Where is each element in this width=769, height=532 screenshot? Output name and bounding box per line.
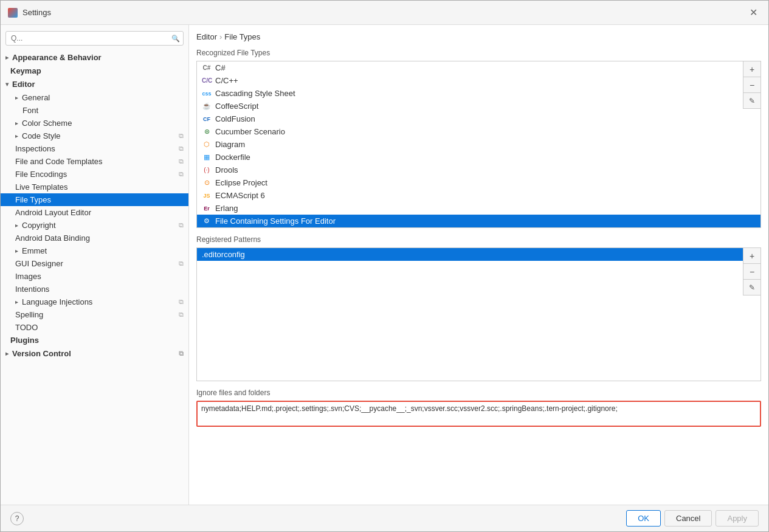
ignore-field-wrap: nymetadata;HELP.md;.project;.settings;.s… (196, 401, 761, 427)
list-item[interactable]: ⬡ Diagram (197, 138, 760, 151)
sidebar-item-gui-designer[interactable]: GUI Designer ⧉ (1, 257, 188, 270)
list-item[interactable]: ⊛ Cucumber Scenario (197, 125, 760, 138)
sidebar-item-label: Appearance & Behavior (12, 53, 102, 62)
sidebar-item-label: Images (15, 272, 41, 281)
copy-icon: ⧉ (179, 311, 184, 319)
list-item[interactable]: ⚙ File Containing Settings For Editor (197, 215, 760, 227)
sidebar-item-android-data-binding[interactable]: Android Data Binding (1, 232, 188, 244)
copy-icon: ⧉ (179, 170, 184, 178)
recognized-label: Recognized File Types (196, 49, 761, 57)
breadcrumb: Editor › File Types (196, 32, 761, 41)
sidebar-item-live-templates[interactable]: Live Templates (1, 181, 188, 193)
sidebar-item-label: Color Scheme (22, 119, 72, 128)
file-type-label: Diagram (215, 140, 245, 149)
search-box: 🔍 (5, 31, 184, 46)
apply-button[interactable]: Apply (716, 510, 759, 527)
sidebar-item-general[interactable]: ▸ General (1, 91, 188, 104)
edit-file-type-button[interactable]: ✎ (743, 93, 760, 109)
file-icon: JS (202, 193, 212, 199)
sidebar-item-label: File Encodings (15, 170, 67, 179)
file-icon: Er (202, 206, 212, 212)
app-icon (8, 8, 18, 18)
copy-icon: ⧉ (179, 260, 184, 268)
sidebar-item-keymap[interactable]: Keymap (1, 64, 188, 77)
sidebar-item-version-control[interactable]: ▸ Version Control ⧉ (1, 347, 188, 361)
add-pattern-button[interactable]: + (743, 248, 760, 264)
sidebar-item-images[interactable]: Images (1, 270, 188, 283)
main-content: 🔍 ▸ Appearance & Behavior Keymap ▾ Edito… (1, 25, 768, 505)
patterns-section: Registered Patterns .editorconfig + − ✎ (196, 235, 761, 381)
list-item[interactable]: JS ECMAScript 6 (197, 189, 760, 202)
file-icon: ⬡ (202, 140, 212, 148)
title-bar-left: Settings (8, 8, 51, 18)
sidebar-item-label: Code Style (22, 131, 61, 140)
list-item[interactable]: C# C# (197, 61, 760, 74)
cancel-button[interactable]: Cancel (664, 510, 712, 527)
expand-arrow: ▸ (5, 54, 9, 61)
list-item[interactable]: ⊙ Eclipse Project (197, 176, 760, 189)
patterns-container: .editorconfig + − ✎ (196, 247, 761, 381)
sidebar-item-file-code-templates[interactable]: File and Code Templates ⧉ (1, 155, 188, 168)
file-type-label: Cascading Style Sheet (215, 89, 295, 98)
sidebar-item-editor[interactable]: ▾ Editor (1, 77, 188, 91)
search-input[interactable] (5, 31, 184, 46)
sidebar-item-code-style[interactable]: ▸ Code Style ⧉ (1, 130, 188, 142)
sidebar-item-font[interactable]: Font (1, 104, 188, 117)
file-icon: ⚙ (202, 217, 212, 225)
help-button[interactable]: ? (10, 512, 24, 525)
sidebar-item-plugins[interactable]: Plugins (1, 334, 188, 347)
sidebar-item-label: Intentions (15, 285, 49, 294)
file-icon: ⊙ (202, 179, 212, 187)
sidebar-item-color-scheme[interactable]: ▸ Color Scheme (1, 117, 188, 130)
sidebar-item-label: File and Code Templates (15, 157, 103, 166)
sidebar-item-emmet[interactable]: ▸ Emmet (1, 244, 188, 257)
sidebar-item-intentions[interactable]: Intentions (1, 283, 188, 295)
sidebar-item-android-layout[interactable]: Android Layout Editor (1, 206, 188, 219)
pattern-list-actions: + − ✎ (743, 248, 760, 295)
remove-pattern-button[interactable]: − (743, 264, 760, 280)
expand-arrow: ▸ (15, 247, 18, 254)
ok-button[interactable]: OK (626, 510, 661, 527)
sidebar-item-label: Keymap (10, 66, 41, 75)
sidebar-item-language-injections[interactable]: ▸ Language Injections ⧉ (1, 295, 188, 308)
file-icon: C# (202, 64, 212, 71)
list-item[interactable]: C/C C/C++ (197, 74, 760, 87)
list-item[interactable]: Er Erlang (197, 202, 760, 215)
file-type-label: Eclipse Project (215, 178, 267, 187)
list-item[interactable]: ☕ CoffeeScript (197, 100, 760, 112)
file-icon: CF (202, 116, 212, 122)
copy-icon: ⧉ (179, 350, 184, 358)
ignore-section: Ignore files and folders nymetadata;HELP… (196, 389, 761, 427)
sidebar-item-file-types[interactable]: File Types (1, 193, 188, 206)
list-item[interactable]: ▦ Dockerfile (197, 151, 760, 164)
file-icon: C/C (202, 77, 212, 84)
ignore-input[interactable]: nymetadata;HELP.md;.project;.settings;.s… (201, 404, 756, 421)
edit-pattern-button[interactable]: ✎ (743, 280, 760, 295)
sidebar-item-label: Live Templates (15, 182, 67, 192)
add-file-type-button[interactable]: + (743, 61, 760, 77)
remove-file-type-button[interactable]: − (743, 77, 760, 93)
list-item[interactable]: css Cascading Style Sheet (197, 87, 760, 100)
sidebar-item-copyright[interactable]: ▸ Copyright ⧉ (1, 219, 188, 232)
pattern-item[interactable]: .editorconfig (197, 248, 760, 261)
file-type-label: ColdFusion (215, 114, 255, 123)
settings-dialog: Settings ✕ 🔍 ▸ Appearance & Behavior Key… (0, 0, 769, 532)
file-type-label: C# (215, 63, 226, 72)
sidebar-item-file-encodings[interactable]: File Encodings ⧉ (1, 168, 188, 181)
list-item[interactable]: CF ColdFusion (197, 112, 760, 125)
expand-arrow: ▸ (5, 350, 9, 357)
sidebar-item-appearance[interactable]: ▸ Appearance & Behavior (1, 50, 188, 64)
file-type-label: Dockerfile (215, 153, 250, 162)
sidebar-item-inspections[interactable]: Inspections ⧉ (1, 142, 188, 155)
copy-icon: ⧉ (179, 157, 184, 165)
sidebar-item-label: TODO (15, 323, 38, 332)
list-item[interactable]: (·) Drools (197, 164, 760, 176)
sidebar-item-spelling[interactable]: Spelling ⧉ (1, 308, 188, 321)
close-button[interactable]: ✕ (746, 5, 761, 19)
file-type-label: CoffeeScript (215, 102, 258, 111)
copy-icon: ⧉ (179, 145, 184, 153)
file-icon: (·) (202, 167, 212, 173)
ignore-label: Ignore files and folders (196, 389, 761, 397)
sidebar-item-todo[interactable]: TODO (1, 321, 188, 334)
sidebar-item-label: Plugins (10, 336, 39, 345)
